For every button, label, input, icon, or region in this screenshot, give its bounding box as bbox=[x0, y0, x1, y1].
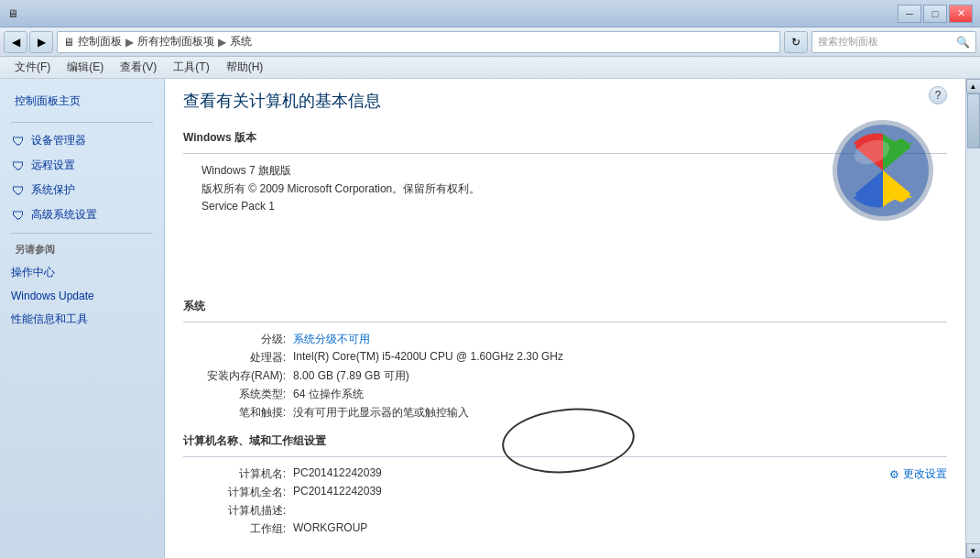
address-bar: ◀ ▶ 🖥 控制面板 ▶ 所有控制面板项 ▶ 系统 ↻ 搜索控制面板 🔍 bbox=[0, 27, 980, 57]
workgroup-row: 工作组: WORKGROUP bbox=[183, 521, 871, 537]
computer-desc-row: 计算机描述: bbox=[183, 503, 871, 519]
computer-name-data: 计算机名: PC201412242039 计算机全名: PC2014122420… bbox=[183, 466, 871, 540]
back-button[interactable]: ◀ bbox=[4, 31, 27, 53]
help-button[interactable]: ? bbox=[929, 86, 947, 104]
system-type-label: 系统类型: bbox=[183, 387, 293, 402]
rating-value[interactable]: 系统分级不可用 bbox=[293, 332, 370, 347]
sidebar-item-protection[interactable]: 🛡 系统保护 bbox=[0, 178, 164, 202]
system-section: 系统 分级: 系统分级不可用 处理器: Intel(R) Core(TM) i5… bbox=[183, 299, 947, 421]
computer-name-label: 计算机名: bbox=[183, 466, 293, 482]
breadcrumb-sep1: ▶ bbox=[125, 36, 134, 49]
sidebar-item-device-manager[interactable]: 🛡 设备管理器 bbox=[0, 128, 164, 153]
protection-icon: 🛡 bbox=[11, 183, 26, 198]
breadcrumb-icon: 🖥 bbox=[63, 36, 74, 49]
sidebar-control-panel-home[interactable]: 控制面板主页 bbox=[0, 88, 164, 115]
sidebar-item-advanced[interactable]: 🛡 高级系统设置 bbox=[0, 202, 164, 227]
workgroup-value: WORKGROUP bbox=[293, 521, 367, 537]
sidebar-item-advanced-label: 高级系统设置 bbox=[31, 207, 97, 223]
ram-row: 安装内存(RAM): 8.00 GB (7.89 GB 可用) bbox=[183, 368, 947, 384]
processor-value: Intel(R) Core(TM) i5-4200U CPU @ 1.60GHz… bbox=[293, 350, 563, 366]
menu-file[interactable]: 文件(F) bbox=[7, 58, 58, 77]
processor-row: 处理器: Intel(R) Core(TM) i5-4200U CPU @ 1.… bbox=[183, 350, 947, 366]
close-button[interactable]: ✕ bbox=[949, 5, 973, 23]
breadcrumb-sep2: ▶ bbox=[218, 36, 226, 49]
sidebar-item-remote[interactable]: 🛡 远程设置 bbox=[0, 153, 164, 178]
search-placeholder: 搜索控制面板 bbox=[818, 35, 878, 49]
pen-touch-value: 没有可用于此显示器的笔或触控输入 bbox=[293, 405, 469, 421]
performance-label: 性能信息和工具 bbox=[11, 312, 88, 327]
main-layout: 控制面板主页 🛡 设备管理器 🛡 远程设置 🛡 系统保护 🛡 高级系统设置 另请… bbox=[0, 79, 980, 558]
sidebar-item-windows-update[interactable]: Windows Update bbox=[0, 285, 164, 307]
advanced-icon: 🛡 bbox=[11, 208, 26, 223]
breadcrumb[interactable]: 🖥 控制面板 ▶ 所有控制面板项 ▶ 系统 bbox=[57, 31, 780, 53]
computer-full-name-value: PC201412242039 bbox=[293, 485, 382, 500]
computer-name-layout: 计算机名: PC201412242039 计算机全名: PC2014122420… bbox=[183, 466, 947, 540]
system-type-value: 64 位操作系统 bbox=[293, 387, 364, 402]
sidebar: 控制面板主页 🛡 设备管理器 🛡 远程设置 🛡 系统保护 🛡 高级系统设置 另请… bbox=[0, 79, 165, 558]
computer-desc-label: 计算机描述: bbox=[183, 503, 293, 519]
also-see-title: 另请参阅 bbox=[0, 239, 164, 260]
window-controls: ─ □ ✕ bbox=[898, 5, 973, 23]
rating-row: 分级: 系统分级不可用 bbox=[183, 332, 947, 347]
windows-logo bbox=[828, 115, 938, 225]
search-box[interactable]: 搜索控制面板 🔍 bbox=[811, 31, 976, 53]
rating-label: 分级: bbox=[183, 332, 293, 347]
change-settings-area: ⚙ 更改设置 bbox=[889, 466, 947, 482]
breadcrumb-part2[interactable]: 所有控制面板项 bbox=[137, 34, 214, 49]
sidebar-divider-1 bbox=[11, 122, 153, 123]
title-text: 🖥 bbox=[7, 7, 18, 20]
sidebar-item-remote-label: 远程设置 bbox=[31, 158, 75, 173]
menu-tools[interactable]: 工具(T) bbox=[166, 58, 216, 77]
settings-icon: ⚙ bbox=[889, 468, 899, 481]
ram-value: 8.00 GB (7.89 GB 可用) bbox=[293, 368, 409, 384]
computer-section-header: 计算机名称、域和工作组设置 bbox=[183, 433, 947, 449]
menu-help[interactable]: 帮助(H) bbox=[219, 58, 271, 77]
system-type-row: 系统类型: 64 位操作系统 bbox=[183, 387, 947, 402]
sidebar-item-protection-label: 系统保护 bbox=[31, 182, 75, 198]
maximize-button[interactable]: □ bbox=[923, 5, 947, 23]
change-settings-link[interactable]: ⚙ 更改设置 bbox=[889, 466, 947, 482]
system-section-header: 系统 bbox=[183, 299, 947, 314]
scrollbar[interactable]: ▲ ▼ bbox=[965, 79, 980, 558]
refresh-button[interactable]: ↻ bbox=[784, 31, 808, 53]
breadcrumb-part3[interactable]: 系统 bbox=[230, 34, 252, 49]
section-divider-3 bbox=[183, 456, 947, 457]
computer-full-name-row: 计算机全名: PC201412242039 bbox=[183, 485, 871, 500]
change-settings-label: 更改设置 bbox=[903, 466, 947, 482]
processor-label: 处理器: bbox=[183, 350, 293, 366]
spacer bbox=[183, 225, 947, 299]
computer-name-row: 计算机名: PC201412242039 bbox=[183, 466, 871, 482]
scroll-track[interactable] bbox=[966, 93, 980, 543]
windows-update-label: Windows Update bbox=[11, 290, 94, 302]
sidebar-item-performance[interactable]: 性能信息和工具 bbox=[0, 307, 164, 332]
minimize-button[interactable]: ─ bbox=[898, 5, 921, 23]
sidebar-item-device-manager-label: 设备管理器 bbox=[31, 133, 86, 148]
computer-name-value: PC201412242039 bbox=[293, 466, 382, 482]
forward-button[interactable]: ▶ bbox=[29, 31, 53, 53]
page-title: 查看有关计算机的基本信息 bbox=[183, 90, 947, 115]
menu-edit[interactable]: 编辑(E) bbox=[60, 58, 111, 77]
title-bar: 🖥 ─ □ ✕ bbox=[0, 0, 980, 27]
scroll-up-button[interactable]: ▲ bbox=[966, 79, 981, 93]
sidebar-divider-2 bbox=[11, 233, 153, 234]
menu-bar: 文件(F) 编辑(E) 查看(V) 工具(T) 帮助(H) bbox=[0, 57, 980, 79]
search-icon: 🔍 bbox=[956, 36, 970, 49]
scroll-down-button[interactable]: ▼ bbox=[966, 543, 981, 558]
nav-buttons: ◀ ▶ bbox=[4, 31, 53, 53]
breadcrumb-part1[interactable]: 控制面板 bbox=[78, 34, 122, 49]
content-area: ? 查看有关计算机的基本信息 Windows 版本 Windows 7 旗舰版 … bbox=[165, 79, 965, 558]
computer-name-section: 计算机名称、域和工作组设置 计算机名: PC201412242039 计算机全名… bbox=[183, 433, 947, 540]
pen-touch-label: 笔和触摸: bbox=[183, 405, 293, 421]
workgroup-label: 工作组: bbox=[183, 521, 293, 537]
sidebar-item-action-center[interactable]: 操作中心 bbox=[0, 260, 164, 285]
scroll-thumb[interactable] bbox=[967, 93, 980, 148]
pen-touch-row: 笔和触摸: 没有可用于此显示器的笔或触控输入 bbox=[183, 405, 947, 421]
action-center-label: 操作中心 bbox=[11, 265, 55, 280]
device-manager-icon: 🛡 bbox=[11, 134, 26, 148]
remote-icon: 🛡 bbox=[11, 159, 26, 173]
ram-label: 安装内存(RAM): bbox=[183, 368, 293, 384]
section-divider-2 bbox=[183, 322, 947, 323]
sidebar-main-section: 控制面板主页 bbox=[0, 88, 164, 115]
computer-full-name-label: 计算机全名: bbox=[183, 485, 293, 500]
menu-view[interactable]: 查看(V) bbox=[113, 58, 164, 77]
